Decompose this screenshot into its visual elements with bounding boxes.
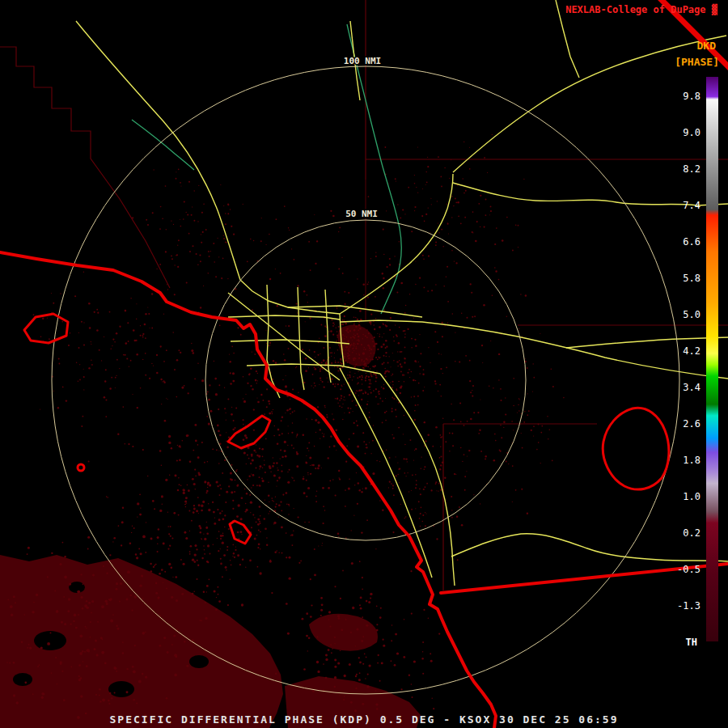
highway-line <box>228 315 340 320</box>
roads-layer <box>76 0 728 586</box>
highway-line <box>340 174 453 314</box>
echo-gap <box>108 681 134 697</box>
highway-line <box>298 287 304 390</box>
echo-gap <box>13 673 32 686</box>
echo-gap <box>189 655 209 668</box>
river-line <box>132 120 194 170</box>
rivers-layer <box>132 24 401 314</box>
highway-line <box>76 21 240 280</box>
echo-gap <box>34 631 66 650</box>
range-ring-label-100: 100 NMI <box>344 56 381 66</box>
range-ring-label-50: 50 NMI <box>345 209 378 219</box>
radar-display: 50 NMI 100 NMI NEXLAB-College of DuPage … <box>0 0 728 728</box>
highway-line <box>340 368 432 578</box>
product-code: DKD <box>697 40 716 52</box>
highway-line <box>453 183 728 205</box>
salton-sea-outline <box>603 408 669 489</box>
highway-line <box>451 534 728 561</box>
highway-line <box>288 306 422 317</box>
colorbar <box>706 77 718 641</box>
radar-map: 50 NMI 100 NMI <box>0 0 728 728</box>
highway-line <box>340 320 728 379</box>
echo-layer <box>0 134 565 728</box>
echo-gap <box>69 582 85 593</box>
product-phase: [PHASE] <box>675 56 719 68</box>
highway-line <box>240 280 340 314</box>
catalina-island <box>228 416 270 448</box>
highway-line <box>566 337 728 348</box>
us-mexico-border-line <box>441 564 728 593</box>
product-caption: SPECIFIC DIFFERENTIAL PHASE (KDP) 0.5 DE… <box>0 713 728 726</box>
colorbar-threshold-label: TH <box>660 637 697 648</box>
san-nicolas-island <box>24 314 68 343</box>
county-boundary-line <box>0 47 170 288</box>
attribution: NEXLAB-College of DuPage ▓ <box>565 4 717 15</box>
santa-barbara-island <box>78 464 84 471</box>
radar-echo-region <box>309 614 378 651</box>
